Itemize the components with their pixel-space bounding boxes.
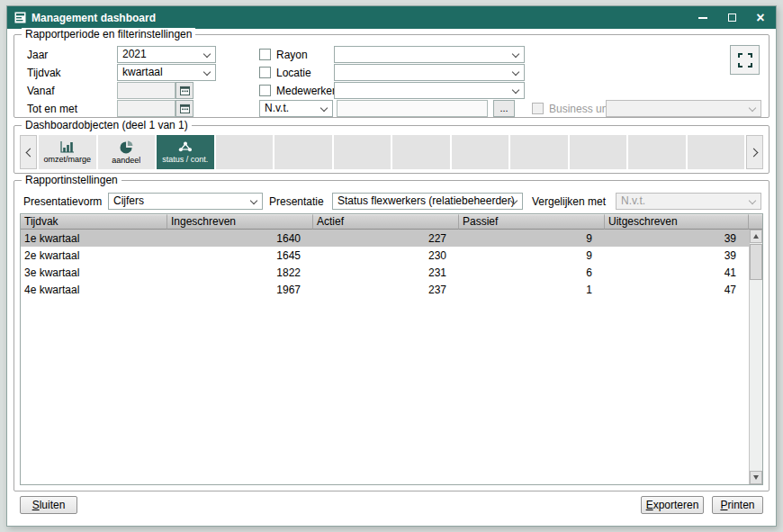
column-header[interactable]: Actief [313, 214, 459, 230]
dashboard-tile-empty [628, 135, 686, 169]
scrollbar-down-button[interactable] [750, 471, 762, 484]
column-header-filler [749, 214, 762, 230]
cell-value: 231 [313, 266, 459, 279]
printen-button[interactable]: Printen [712, 496, 763, 514]
rayon-label: Rayon [276, 49, 308, 61]
tijdvak-select[interactable]: kwartaal [117, 64, 216, 81]
cell-value: 1822 [167, 266, 313, 279]
chevron-right-icon [749, 148, 758, 157]
cell-tijdvak: 2e kwartaal [21, 249, 167, 262]
presentatievorm-select[interactable]: Cijfers [108, 193, 263, 210]
management-dashboard-window: Management dashboard × Rapportperiode en… [6, 5, 777, 527]
scroll-right-button[interactable] [746, 135, 763, 169]
table-row[interactable]: 1e kwartaal1640227939 [21, 230, 749, 247]
maximize-button[interactable] [725, 12, 738, 24]
close-button[interactable]: × [754, 12, 767, 24]
column-header[interactable]: Tijdvak [21, 214, 167, 230]
locatie-label: Locatie [276, 67, 311, 79]
medewerker-select[interactable] [334, 82, 525, 99]
scroll-left-button[interactable] [20, 135, 37, 169]
sluiten-button[interactable]: Sluiten [20, 496, 77, 514]
column-header[interactable]: Passief [459, 214, 605, 230]
table-row[interactable]: 3e kwartaal1822231641 [21, 264, 749, 281]
business-unit-checkbox[interactable] [532, 103, 544, 114]
chevron-left-icon [25, 148, 34, 157]
column-header[interactable]: Ingeschreven [167, 214, 313, 230]
triangle-down-icon [753, 475, 759, 480]
dashboard-tile-empty [274, 135, 332, 169]
jaar-select[interactable]: 2021 [117, 46, 216, 63]
tot-en-met-label: Tot en met [27, 103, 77, 115]
tile-strip: omzet/margeaandeelstatus / cont. [39, 135, 744, 169]
cell-value: 1640 [167, 232, 313, 245]
dashboard-tile[interactable]: aandeel [98, 135, 156, 169]
dashboard-strip: omzet/margeaandeelstatus / cont. [20, 135, 763, 169]
tile-label: omzet/marge [43, 155, 91, 164]
titlebar: Management dashboard × [7, 6, 776, 29]
tot-en-met-input[interactable] [117, 100, 176, 117]
ellipsis-button[interactable]: ... [493, 100, 515, 117]
cell-value: 39 [605, 232, 749, 245]
vergelijken-met-value: N.v.t. [616, 194, 760, 209]
dashboard-tile-empty [570, 135, 627, 169]
scrollbar-thumb[interactable] [750, 244, 762, 280]
medewerker-label: Medewerker [276, 85, 336, 97]
dashboard-tile[interactable]: omzet/marge [39, 135, 96, 169]
vanaf-label: Vanaf [27, 85, 54, 97]
column-header[interactable]: Uitgeschreven [605, 214, 749, 230]
vergelijken-met-label: Vergelijken met [532, 195, 606, 208]
jaar-value: 2021 [118, 47, 215, 62]
minimize-button[interactable] [697, 12, 709, 24]
presentatie-select[interactable]: Status flexwerkers (relatiebeheerder) [332, 193, 523, 210]
dashboard-tile-empty [216, 135, 274, 169]
fullscreen-button[interactable] [730, 45, 760, 75]
fullscreen-icon [737, 52, 753, 68]
cell-value: 6 [459, 266, 605, 279]
dashboard-tile[interactable]: status / cont. [157, 135, 214, 169]
dashboard-tile-empty [334, 135, 392, 169]
business-unit-label: Business unit [549, 103, 613, 115]
presentatievorm-label: Presentatievorm [23, 195, 102, 208]
scrollbar-up-button[interactable] [750, 230, 762, 243]
maximize-icon [728, 14, 736, 22]
table-header: TijdvakIngeschrevenActiefPassiefUitgesch… [21, 214, 762, 230]
window-content: Rapportperiode en filterinstellingen Jaa… [7, 29, 776, 526]
vergelijken-met-select[interactable]: N.v.t. [616, 193, 761, 210]
dashboard-tile-empty [688, 135, 745, 169]
table-row[interactable]: 4e kwartaal1967237147 [21, 281, 749, 298]
table-row[interactable]: 2e kwartaal1645230939 [21, 247, 749, 264]
report-groupbox: Rapportinstellingen Presentatievorm Cijf… [14, 180, 770, 491]
cell-value: 41 [605, 266, 749, 279]
chevron-down-icon [749, 104, 756, 112]
locatie-checkbox[interactable] [259, 67, 271, 78]
tijdvak-label: Tijdvak [27, 67, 61, 79]
cell-value: 9 [459, 249, 605, 262]
calendar-icon [180, 104, 190, 113]
filters-legend: Rapportperiode en filterinstellingen [22, 28, 195, 41]
vertical-scrollbar[interactable] [749, 230, 762, 484]
exporteren-button[interactable]: Exporteren [641, 496, 704, 514]
business-unit-select[interactable] [606, 100, 761, 117]
vrij-veld-input[interactable] [337, 100, 488, 117]
cell-value: 1 [459, 284, 605, 296]
tot-en-met-calendar-button[interactable] [176, 100, 194, 117]
cell-value: 237 [313, 284, 459, 296]
filters-groupbox: Rapportperiode en filterinstellingen Jaa… [14, 34, 770, 118]
presentatie-value: Status flexwerkers (relatiebeheerder) [333, 194, 522, 209]
cell-value: 230 [313, 249, 459, 262]
nvt-select[interactable]: N.v.t. [259, 100, 333, 117]
dashboard-tile-empty [510, 135, 568, 169]
bar-chart-icon [60, 140, 75, 153]
rayon-checkbox[interactable] [259, 49, 271, 60]
vanaf-input[interactable] [117, 82, 176, 99]
vanaf-calendar-button[interactable] [176, 82, 194, 99]
dashboard-groupbox: Dashboardobjecten (deel 1 van 1) omzet/m… [14, 125, 770, 174]
table-body: 1e kwartaal16402279392e kwartaal16452309… [21, 230, 749, 484]
report-legend: Rapportinstellingen [22, 174, 122, 186]
cell-value: 1645 [167, 249, 313, 262]
medewerker-checkbox[interactable] [259, 85, 271, 96]
locatie-select[interactable] [334, 64, 525, 81]
cell-value: 39 [605, 249, 749, 262]
rayon-select[interactable] [334, 46, 525, 63]
chevron-down-icon [512, 50, 519, 58]
